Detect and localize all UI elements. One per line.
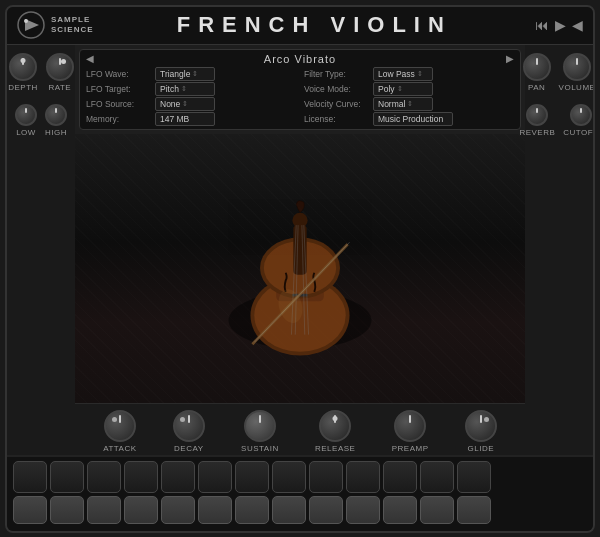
- attack-group: ATTACK: [103, 410, 136, 453]
- velocity-curve-row: Velocity Curve: Normal ⇕: [304, 97, 514, 111]
- key-fs1[interactable]: [235, 461, 269, 493]
- rate-label: RATE: [48, 83, 71, 92]
- key-as1-white[interactable]: [383, 496, 417, 524]
- lfo-source-text: None: [160, 99, 180, 109]
- high-label: HIGH: [45, 128, 67, 137]
- key-c1-white[interactable]: [13, 496, 47, 524]
- decay-group: DECAY: [173, 410, 205, 453]
- license-value: Music Production: [373, 112, 453, 126]
- key-ds1-white[interactable]: [124, 496, 158, 524]
- main-area: DEPTH RATE LOW HIGH: [7, 45, 593, 455]
- glide-knob[interactable]: [465, 410, 497, 442]
- key-c2-white[interactable]: [457, 496, 491, 524]
- filter-type-row: Filter Type: Low Pass ⇕: [304, 67, 514, 81]
- key-c1[interactable]: [13, 461, 47, 493]
- preset-next-button[interactable]: ▶: [506, 53, 514, 64]
- voice-mode-label: Voice Mode:: [304, 84, 369, 94]
- key-cs1-white[interactable]: [50, 496, 84, 524]
- lfo-target-value[interactable]: Pitch ⇕: [155, 82, 215, 96]
- voice-mode-arrows: ⇕: [397, 85, 403, 93]
- velocity-curve-label: Velocity Curve:: [304, 99, 369, 109]
- plugin-container: SAMPLE SCIENCE FRENCH VIOLIN ⏮ ▶ ◀ DEPTH: [5, 5, 595, 533]
- info-grid: LFO Wave: Triangle ⇕ Filter Type: Low Pa…: [86, 67, 514, 126]
- key-b1-white[interactable]: [420, 496, 454, 524]
- lfo-source-label: LFO Source:: [86, 99, 151, 109]
- velocity-curve-arrows: ⇕: [407, 100, 413, 108]
- preset-row: ◀ Arco Vibrato ▶: [86, 53, 514, 65]
- logo-area: SAMPLE SCIENCE: [17, 11, 94, 39]
- key-fs1-white[interactable]: [235, 496, 269, 524]
- decay-knob[interactable]: [173, 410, 205, 442]
- lfo-target-label: LFO Target:: [86, 84, 151, 94]
- sustain-knob[interactable]: [244, 410, 276, 442]
- key-d1[interactable]: [87, 461, 121, 493]
- glide-label: GLIDE: [468, 444, 495, 453]
- filter-type-label: Filter Type:: [304, 69, 369, 79]
- key-gs1[interactable]: [309, 461, 343, 493]
- key-as1[interactable]: [383, 461, 417, 493]
- keys-row-1: [13, 461, 587, 493]
- preamp-group: PREAMP: [392, 410, 429, 453]
- preset-prev-button[interactable]: ◀: [86, 53, 94, 64]
- lfo-wave-arrows: ⇕: [192, 70, 198, 78]
- depth-label: DEPTH: [8, 83, 38, 92]
- key-b1[interactable]: [420, 461, 454, 493]
- key-a1-white[interactable]: [346, 496, 380, 524]
- memory-label: Memory:: [86, 114, 151, 124]
- key-cs1[interactable]: [50, 461, 84, 493]
- transport-back[interactable]: ⏮: [535, 17, 549, 33]
- lfo-wave-text: Triangle: [160, 69, 190, 79]
- license-text: Music Production: [378, 114, 443, 124]
- filter-type-value[interactable]: Low Pass ⇕: [373, 67, 433, 81]
- transport-record[interactable]: ◀: [572, 17, 583, 33]
- transport-controls: ⏮ ▶ ◀: [535, 17, 583, 33]
- cutoff-knob[interactable]: [570, 104, 592, 126]
- attack-knob[interactable]: [104, 410, 136, 442]
- volume-knob[interactable]: [563, 53, 591, 81]
- page-title: FRENCH VIOLIN: [94, 12, 535, 38]
- lfo-target-text: Pitch: [160, 84, 179, 94]
- attack-label: ATTACK: [103, 444, 136, 453]
- lfo-target-row: LFO Target: Pitch ⇕: [86, 82, 296, 96]
- memory-value: 147 MB: [155, 112, 215, 126]
- bottom-knobs-panel: ATTACK DECAY SUSTAIN RELEASE: [75, 403, 525, 455]
- key-gs1-white[interactable]: [309, 496, 343, 524]
- low-knob[interactable]: [15, 104, 37, 126]
- svg-point-2: [24, 19, 28, 23]
- velocity-curve-value[interactable]: Normal ⇕: [373, 97, 433, 111]
- memory-text: 147 MB: [160, 114, 189, 124]
- high-knob[interactable]: [45, 104, 67, 126]
- key-e1-white[interactable]: [161, 496, 195, 524]
- key-a1[interactable]: [346, 461, 380, 493]
- low-label: LOW: [16, 128, 36, 137]
- voice-mode-text: Poly: [378, 84, 395, 94]
- release-knob[interactable]: [319, 410, 351, 442]
- key-f1[interactable]: [198, 461, 232, 493]
- voice-mode-value[interactable]: Poly ⇕: [373, 82, 433, 96]
- release-label: RELEASE: [315, 444, 355, 453]
- key-g1[interactable]: [272, 461, 306, 493]
- key-e1[interactable]: [161, 461, 195, 493]
- lfo-wave-label: LFO Wave:: [86, 69, 151, 79]
- lfo-wave-row: LFO Wave: Triangle ⇕: [86, 67, 296, 81]
- lfo-source-value[interactable]: None ⇕: [155, 97, 215, 111]
- reverb-label: REVERB: [519, 128, 555, 137]
- key-g1-white[interactable]: [272, 496, 306, 524]
- key-c2[interactable]: [457, 461, 491, 493]
- key-ds1[interactable]: [124, 461, 158, 493]
- preamp-knob[interactable]: [394, 410, 426, 442]
- rate-knob[interactable]: [46, 53, 74, 81]
- key-f1-white[interactable]: [198, 496, 232, 524]
- cutoff-group: CUTOFF: [563, 104, 595, 137]
- lfo-wave-value[interactable]: Triangle ⇕: [155, 67, 215, 81]
- filter-type-arrows: ⇕: [417, 70, 423, 78]
- depth-knob[interactable]: [9, 53, 37, 81]
- velocity-curve-text: Normal: [378, 99, 405, 109]
- transport-play[interactable]: ▶: [555, 17, 566, 33]
- reverb-group: REVERB: [519, 104, 555, 137]
- rate-group: RATE: [46, 53, 74, 92]
- pan-knob[interactable]: [523, 53, 551, 81]
- key-d1-white[interactable]: [87, 496, 121, 524]
- info-bar: ◀ Arco Vibrato ▶ LFO Wave: Triangle ⇕ Fi: [79, 49, 521, 130]
- reverb-knob[interactable]: [526, 104, 548, 126]
